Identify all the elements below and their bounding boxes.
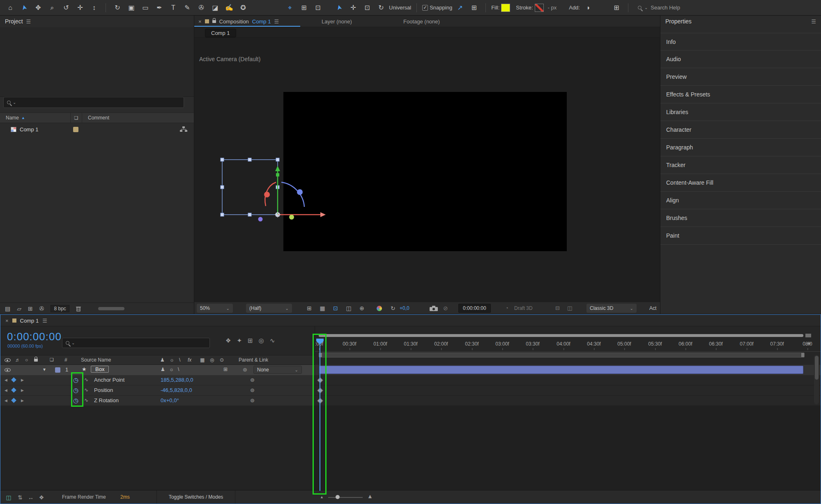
navigator-end-handle[interactable] [805, 334, 811, 337]
layer-switch-quality[interactable]: ☼ [169, 367, 174, 372]
vertical-scrollbar-thumb[interactable] [815, 356, 819, 380]
lock-icon[interactable] [212, 20, 216, 23]
column-comment[interactable]: Comment [82, 115, 109, 121]
timeline-search-input[interactable]: ⌄ [62, 338, 210, 348]
playhead-line[interactable] [320, 339, 320, 491]
frame-blending-icon[interactable]: ⊞ [248, 337, 253, 344]
property-value[interactable]: -46,5,828,0,0 [161, 387, 192, 393]
switch-quality-icon[interactable]: ☼ [170, 357, 174, 363]
previous-keyframe-icon[interactable]: ◀ [5, 399, 7, 403]
draft-3d-label[interactable]: Draft 3D [514, 305, 533, 311]
stroke-swatch[interactable] [535, 4, 544, 12]
parent-link-column-header[interactable]: Parent & Link [239, 357, 268, 363]
property-row-z-rotation[interactable]: ◀ ▶ ◷ ∿ Z Rotation 0x+0,0° ⊚ [0, 396, 315, 406]
universal-scale-icon[interactable]: ⊡ [361, 2, 373, 14]
next-keyframe-icon[interactable]: ▶ [21, 378, 24, 382]
vertical-scrollbar-track[interactable] [814, 355, 819, 404]
show-snapshot-icon[interactable]: ⊘ [443, 305, 448, 312]
universal-selection-icon[interactable]: ➤ [333, 2, 345, 14]
scale-handle[interactable] [289, 215, 294, 220]
timeline-zoom-slider-track[interactable] [328, 497, 363, 498]
graph-toggle-icon[interactable]: ∿ [84, 387, 88, 393]
close-icon[interactable]: × [198, 18, 202, 25]
color-management-icon[interactable] [377, 306, 382, 311]
type-tool-icon[interactable]: T [167, 2, 179, 14]
properties-panel-header[interactable]: Properties ☰ [660, 16, 821, 27]
property-pick-whip-icon[interactable]: ⊚ [250, 397, 255, 403]
world-axis-mode-icon[interactable]: ⊞ [298, 2, 310, 14]
stopwatch-icon[interactable]: ◷ [73, 376, 78, 384]
tab-footage[interactable]: Footage (none) [403, 16, 440, 27]
time-navigator-bar[interactable] [319, 334, 803, 337]
label-color-chip[interactable] [73, 127, 78, 132]
roto-brush-tool-icon[interactable]: ✍ [223, 2, 235, 14]
switch-fx-icon[interactable]: fx [188, 357, 191, 363]
renderer-dropdown[interactable]: Classic 3D⌄ [586, 304, 637, 313]
property-name[interactable]: Anchor Point [94, 377, 124, 383]
workspace-icon[interactable]: ⊞ [610, 2, 623, 14]
snapping-checkbox[interactable]: ✓ [422, 5, 428, 11]
parent-pick-whip-icon[interactable]: ⊚ [243, 367, 247, 373]
solo-column-icon[interactable]: ○ [25, 357, 28, 363]
fast-previews-icon[interactable]: ◔ [505, 305, 508, 311]
source-name-column-header[interactable]: Source Name [81, 357, 111, 363]
parent-dropdown[interactable]: None ⌄ [253, 366, 302, 374]
bit-depth-button[interactable]: 8 bpc [51, 305, 69, 312]
property-pick-whip-icon[interactable]: ⊚ [250, 377, 255, 383]
panel-tab-effects-presets[interactable]: Effects & Presets [660, 86, 821, 103]
rectangle-tool-icon[interactable]: ▭ [139, 2, 152, 14]
layer-list-empty-area[interactable] [0, 406, 315, 491]
panel-tab-align[interactable]: Align [660, 192, 821, 209]
property-row-anchor-point[interactable]: ◀ ▶ ◷ ∿ Anchor Point 185,5,288,0,0 ⊚ [0, 375, 315, 385]
fill-swatch[interactable] [501, 4, 510, 12]
reset-exposure-icon[interactable]: ↻ [391, 305, 396, 312]
layer-switch-3d[interactable]: ⊞ [223, 367, 228, 372]
viewer-subtab-comp1[interactable]: Comp 1 [205, 29, 236, 37]
extended-viewer-icon[interactable]: ◫ [567, 305, 572, 311]
lock-column-icon[interactable] [34, 359, 38, 362]
project-item-row[interactable]: Comp 1 [0, 123, 194, 135]
layer-duration-bar[interactable] [319, 366, 803, 374]
project-panel-header[interactable]: Project ☰ [0, 16, 194, 27]
video-column-icon[interactable] [5, 358, 11, 362]
property-value[interactable]: 0x+0,0° [161, 397, 179, 403]
layer-switch-shy[interactable]: ♟ [161, 367, 165, 372]
expand-transfer-controls-icon[interactable]: ⇅ [15, 493, 25, 502]
panel-tab-paint[interactable]: Paint [660, 227, 821, 245]
snap-options-icon[interactable]: ↗ [454, 2, 466, 14]
index-column-header[interactable]: # [64, 357, 67, 363]
y-rotation-handle[interactable] [297, 189, 303, 195]
orbit-camera-tool-icon[interactable]: ↺ [60, 2, 72, 14]
tab-composition[interactable]: × Composition Comp 1 ☰ [198, 16, 279, 27]
timeline-zoom-slider-handle[interactable] [336, 495, 340, 499]
timeline-tab-comp1[interactable]: × Comp 1 ☰ [5, 315, 47, 326]
home-icon[interactable]: ⌂ [4, 2, 16, 14]
switch-frame-blend-icon[interactable]: ▦ [200, 357, 205, 363]
snapshot-camera-icon[interactable] [430, 306, 438, 311]
label-column-icon[interactable]: ❏ [50, 357, 54, 362]
switch-motion-blur-icon[interactable]: ◎ [210, 357, 214, 363]
action-safe-label[interactable]: Act [649, 305, 656, 311]
snap-grid-icon[interactable]: ⊞ [468, 2, 480, 14]
expand-chevron-icon[interactable]: ▾ [43, 367, 46, 372]
panel-menu-icon[interactable]: ☰ [274, 18, 279, 25]
project-settings-icon[interactable]: ✇ [39, 305, 44, 312]
panel-menu-icon[interactable]: ☰ [42, 318, 47, 324]
rotation-tool-icon[interactable]: ↻ [111, 2, 124, 14]
timeline-empty-area[interactable] [315, 406, 821, 491]
property-row-position[interactable]: ◀ ▶ ◷ ∿ Position -46,5,828,0,0 ⊚ [0, 385, 315, 396]
preview-timecode[interactable]: 0:00:00:00 [458, 304, 491, 313]
comp-marker-bin-icon[interactable]: ◈ [807, 340, 811, 346]
resolution-dropdown[interactable]: (Half)⌄ [246, 304, 292, 313]
brush-tool-icon[interactable]: ✎ [181, 2, 193, 14]
composition-viewer[interactable]: Active Camera (Default) [194, 38, 660, 302]
stopwatch-icon[interactable]: ◷ [73, 397, 78, 404]
tab-layer[interactable]: Layer (none) [322, 16, 352, 27]
render-settings-icon[interactable]: ❖ [37, 493, 46, 502]
work-area-bar[interactable] [319, 353, 805, 357]
audio-column-icon[interactable]: ♬ [15, 357, 20, 363]
selection-tool-icon[interactable]: ➤ [18, 2, 30, 14]
layer-row-box[interactable]: ▾ 1 ★ Box ♟ ☼ \ ⊞ ⊚ None ⌄ [0, 365, 315, 375]
work-area-end-handle[interactable] [801, 353, 804, 357]
layer-label-chip[interactable] [55, 367, 60, 373]
